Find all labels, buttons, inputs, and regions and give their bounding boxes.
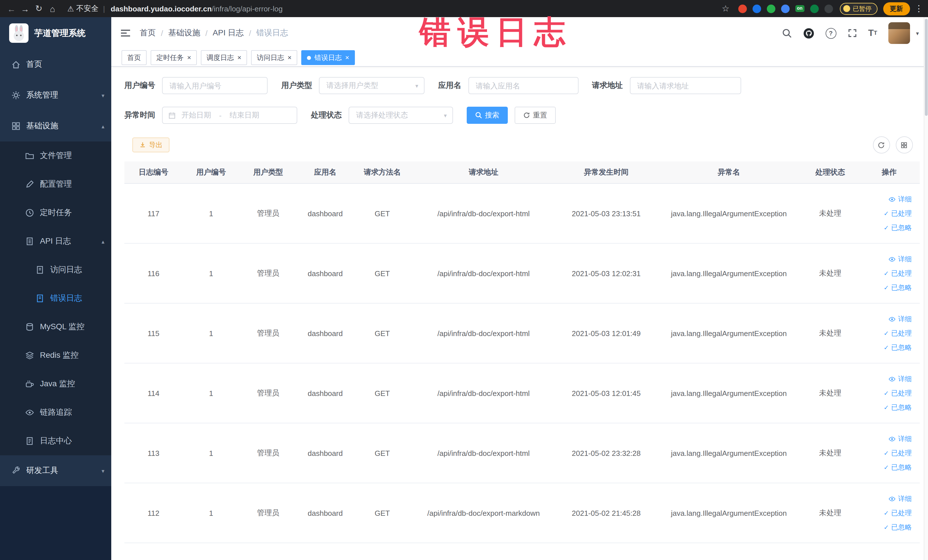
app-name-input[interactable]: [468, 77, 578, 94]
cell-app-name: dashboard: [297, 389, 354, 397]
tab-home[interactable]: 首页: [122, 50, 147, 65]
ignore-link[interactable]: ✓ 已忽略: [859, 221, 912, 235]
tab-schedule-log[interactable]: 调度日志×: [201, 50, 247, 65]
home-icon: [11, 60, 21, 69]
ignore-link[interactable]: ✓ 已忽略: [859, 520, 912, 534]
back-icon[interactable]: ←: [5, 4, 18, 14]
update-button[interactable]: 更新: [883, 2, 910, 15]
detail-link[interactable]: 详细: [859, 252, 912, 266]
sidebar-item-access-log[interactable]: 访问日志: [0, 256, 111, 284]
tab-access-log[interactable]: 访问日志×: [251, 50, 297, 65]
scrollbar-thumb[interactable]: [925, 19, 927, 116]
status-select[interactable]: 请选择处理状态 ▾: [349, 107, 453, 124]
request-url-input[interactable]: [630, 77, 741, 94]
cell-time: 2021-05-03 12:01:45: [556, 389, 656, 397]
address-bar[interactable]: dashboard.yudao.iocoder.cn/infra/log/api…: [111, 4, 283, 13]
sidebar-item-infra[interactable]: 基础设施 ▴: [0, 111, 111, 142]
page-content: 用户编号 用户类型 请选择用户类型 ▾ 应用名: [111, 67, 928, 560]
page-scrollbar[interactable]: [923, 17, 928, 560]
extension-icon-6[interactable]: [824, 4, 833, 13]
sidebar-item-redis-monitor[interactable]: Redis 监控: [0, 341, 111, 370]
breadcrumb-home[interactable]: 首页: [140, 28, 156, 38]
github-icon[interactable]: [803, 27, 814, 38]
mark-done-link[interactable]: ✓ 已处理: [859, 386, 912, 400]
sidebar-item-log-center[interactable]: 日志中心: [0, 427, 111, 455]
avatar[interactable]: [888, 22, 910, 44]
mark-done-link[interactable]: ✓ 已处理: [859, 206, 912, 221]
close-icon[interactable]: ×: [288, 54, 292, 61]
table-body: 117 1 管理员 dashboard GET /api/infra/db-do…: [124, 184, 920, 543]
cell-user-type: 管理员: [240, 388, 297, 398]
sidebar-toggle-icon[interactable]: [121, 29, 131, 37]
export-button[interactable]: 导出: [132, 137, 169, 153]
paused-badge[interactable]: 已暂停: [839, 3, 877, 15]
cell-method: GET: [354, 209, 411, 218]
extension-icon-1[interactable]: [738, 4, 746, 13]
detail-link[interactable]: 详细: [859, 372, 912, 386]
table-refresh-icon[interactable]: [873, 136, 890, 154]
user-type-select[interactable]: 请选择用户类型 ▾: [319, 77, 424, 94]
extension-icon-5[interactable]: [810, 4, 818, 13]
sidebar-item-error-log[interactable]: 错误日志: [0, 284, 111, 313]
sidebar-item-config-manage[interactable]: 配置管理: [0, 170, 111, 198]
sidebar-item-system[interactable]: 系统管理 ▾: [0, 80, 111, 111]
ignore-link[interactable]: ✓ 已忽略: [859, 400, 912, 415]
wrench-icon: [11, 466, 21, 475]
document-icon: [35, 294, 44, 303]
detail-link[interactable]: 详细: [859, 432, 912, 446]
search-icon: [475, 112, 482, 119]
cell-request-url: /api/infra/db-doc/export-html: [411, 389, 556, 397]
cell-log-id: 115: [124, 329, 183, 337]
extension-icon-4[interactable]: [781, 4, 789, 13]
detail-link[interactable]: 详细: [859, 192, 912, 206]
mark-done-link[interactable]: ✓ 已处理: [859, 446, 912, 460]
reset-button[interactable]: 重置: [514, 107, 556, 124]
mark-done-link[interactable]: ✓ 已处理: [859, 506, 912, 520]
sidebar-item-devtools[interactable]: 研发工具 ▾: [0, 455, 111, 486]
fullscreen-icon[interactable]: [847, 29, 857, 38]
sidebar-item-trace[interactable]: 链路追踪: [0, 398, 111, 427]
user-type-label: 用户类型: [281, 81, 312, 91]
detail-link[interactable]: 详细: [859, 491, 912, 506]
sidebar-item-mysql-monitor[interactable]: MySQL 监控: [0, 313, 111, 341]
ignore-link[interactable]: ✓ 已忽略: [859, 281, 912, 295]
search-button[interactable]: 搜索: [467, 107, 508, 124]
sidebar-item-home[interactable]: 首页: [0, 49, 111, 80]
close-icon[interactable]: ×: [345, 54, 349, 61]
cell-user-id: 1: [183, 209, 240, 218]
ignore-link[interactable]: ✓ 已忽略: [859, 460, 912, 475]
date-range-picker[interactable]: 开始日期 - 结束日期: [162, 107, 297, 124]
sidebar-item-file-manage[interactable]: 文件管理: [0, 142, 111, 170]
forward-icon[interactable]: →: [18, 4, 32, 14]
search-icon[interactable]: [782, 28, 792, 38]
detail-link[interactable]: 详细: [859, 312, 912, 326]
extension-icon-3[interactable]: [766, 4, 775, 13]
sidebar-item-api-log[interactable]: API 日志 ▴: [0, 227, 111, 256]
extension-icon-2[interactable]: [752, 4, 761, 13]
help-icon[interactable]: ?: [825, 27, 836, 38]
cell-method: GET: [354, 329, 411, 337]
font-size-icon[interactable]: TT: [868, 29, 877, 38]
column-settings-icon[interactable]: [896, 136, 913, 154]
security-label[interactable]: 不安全: [76, 3, 98, 14]
ignore-link[interactable]: ✓ 已忽略: [859, 340, 912, 355]
eye-icon: [25, 408, 34, 417]
top-navbar: 首页 / 基础设施 / API 日志 / 错误日志 ?: [111, 17, 928, 49]
reload-icon[interactable]: ↻: [32, 3, 46, 14]
breadcrumb-infra[interactable]: 基础设施: [168, 28, 200, 38]
avatar-caret-icon[interactable]: ▾: [916, 30, 919, 36]
switch-on-extension-icon[interactable]: on: [795, 5, 804, 12]
close-icon[interactable]: ×: [237, 54, 241, 61]
tab-error-log[interactable]: 错误日志×: [301, 50, 355, 65]
sidebar-item-scheduled-tasks[interactable]: 定时任务: [0, 198, 111, 227]
mark-done-link[interactable]: ✓ 已处理: [859, 266, 912, 281]
tab-scheduled-tasks[interactable]: 定时任务×: [151, 50, 197, 65]
close-icon[interactable]: ×: [187, 54, 191, 61]
bookmark-star-icon[interactable]: ☆: [719, 3, 732, 14]
home-icon[interactable]: ⌂: [46, 4, 60, 14]
browser-menu-icon[interactable]: ⋮: [914, 3, 923, 14]
user-id-input[interactable]: [162, 77, 267, 94]
mark-done-link[interactable]: ✓ 已处理: [859, 326, 912, 340]
sidebar-item-java-monitor[interactable]: Java 监控: [0, 370, 111, 398]
breadcrumb-api-log[interactable]: API 日志: [213, 28, 244, 38]
